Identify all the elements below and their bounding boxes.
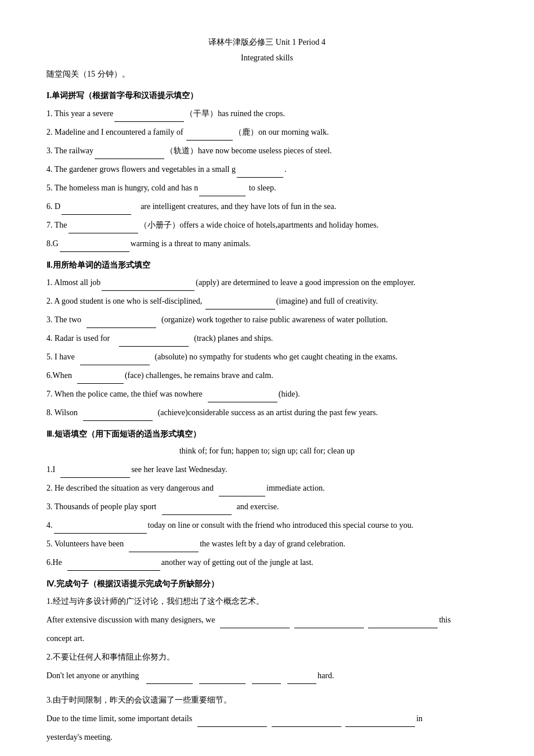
section3-item2: 2. He described the situation as very da…	[46, 480, 488, 496]
section2-item1: 1. Almost all job(apply) are determined …	[46, 275, 488, 291]
blank-2-4	[119, 346, 189, 347]
section2-item4: 4. Radar is used for (track) planes and …	[46, 330, 488, 347]
section2-item5: 5. I have (absolute) no sympathy for stu…	[46, 349, 488, 365]
section1-item1: 1. This year a severe（干旱）has ruined the …	[46, 106, 488, 122]
blank-3-6	[67, 570, 160, 571]
blank-2-2	[205, 309, 275, 309]
blank-1-3	[95, 159, 164, 159]
section4-item1-english2: concept art.	[46, 631, 488, 647]
blank-4-2a	[146, 683, 193, 684]
section3-item3: 3. Thousands of people play sport and ex…	[46, 499, 488, 515]
blank-2-1	[102, 290, 194, 291]
section3-heading: Ⅲ.短语填空（用下面短语的适当形式填空）	[46, 427, 488, 441]
section3-item1: 1.I see her leave last Wednesday.	[46, 462, 488, 478]
section3-item6: 6.He another way of getting out of the j…	[46, 555, 488, 571]
page-subtitle: Integrated skills	[46, 51, 488, 65]
blank-4-3c	[345, 726, 415, 727]
section2-item6: 6.When (face) challenges, he remains bra…	[46, 368, 488, 384]
blank-2-3	[86, 327, 156, 328]
blank-3-1	[60, 477, 130, 478]
blank-4-3a	[197, 726, 267, 727]
phrase-list: think of; for fun; happen to; sign up; c…	[46, 444, 488, 458]
blank-2-7	[208, 402, 277, 402]
section1-item5: 5. The homeless man is hungry, cold and …	[46, 180, 488, 196]
section4-item1-chinese: 1.经过与许多设计师的广泛讨论，我们想出了这个概念艺术。	[46, 593, 488, 610]
blank-1-7	[68, 233, 138, 233]
section3-item5: 5. Volunteers have been the wastes left …	[46, 536, 488, 552]
blank-3-3	[162, 514, 232, 515]
section2-item2: 2. A good student is one who is self-dis…	[46, 293, 488, 309]
section1-item6: 6. D are intelligent creatures, and they…	[46, 199, 488, 215]
blank-1-2	[186, 140, 233, 141]
blank-4-3b	[272, 726, 341, 727]
section4-heading: Ⅳ.完成句子（根据汉语提示完成句子所缺部分）	[46, 577, 488, 591]
blank-2-5	[80, 365, 150, 365]
blank-2-6	[77, 383, 124, 384]
section4-item2-chinese: 2.不要让任何人和事情阻止你努力。	[46, 649, 488, 665]
section1-item3: 3. The railway（轨道）have now become useles…	[46, 143, 488, 159]
blank-3-4	[54, 533, 147, 534]
blank-1-5	[199, 196, 246, 196]
section4-item3-chinese: 3.由于时间限制，昨天的会议遗漏了一些重要细节。	[46, 692, 488, 708]
blank-2-8	[83, 420, 153, 421]
section2-item8: 8. Wilson (achieve)considerable success …	[46, 405, 488, 421]
section2-heading: Ⅱ.用所给单词的适当形式填空	[46, 258, 488, 272]
section1-heading: I.单词拼写（根据首字母和汉语提示填空）	[46, 88, 488, 103]
blank-3-5	[129, 552, 199, 552]
blank-4-2d	[287, 683, 316, 684]
section4-item3-english2: yesterday's meeting.	[46, 729, 488, 746]
section2-item7: 7. When the police came, the thief was n…	[46, 386, 488, 402]
page-title: 译林牛津版必修三 Unit 1 Period 4	[46, 35, 488, 49]
blank-1-1	[114, 121, 184, 122]
blank-4-2b	[199, 683, 246, 684]
blank-3-2	[219, 496, 265, 496]
section1-item7: 7. The（小册子）offers a wide choice of hotel…	[46, 217, 488, 233]
section4-item1-english: After extensive discussion with many des…	[46, 612, 488, 628]
section3-item4: 4.today on line or consult with the frie…	[46, 517, 488, 534]
section4-item3-english: Due to the time limit, some important de…	[46, 711, 488, 727]
blank-4-1a	[220, 628, 290, 628]
section1-item2: 2. Madeline and I encountered a family o…	[46, 124, 488, 141]
subtitle: 随堂闯关（15 分钟）。	[46, 66, 488, 82]
blank-1-8	[60, 251, 129, 252]
blank-1-4	[237, 177, 283, 178]
blank-1-6	[62, 214, 131, 215]
section4-item2-english: Don't let anyone or anything hard.	[46, 668, 488, 684]
section1-item8: 8.Gwarming is a threat to many animals.	[46, 236, 488, 252]
blank-4-2c	[252, 683, 281, 684]
blank-4-1b	[294, 628, 364, 628]
blank-4-1c	[368, 628, 438, 628]
section1-item4: 4. The gardener grows flowers and vegeta…	[46, 161, 488, 178]
section2-item3: 3. The two (organize) work together to r…	[46, 312, 488, 328]
